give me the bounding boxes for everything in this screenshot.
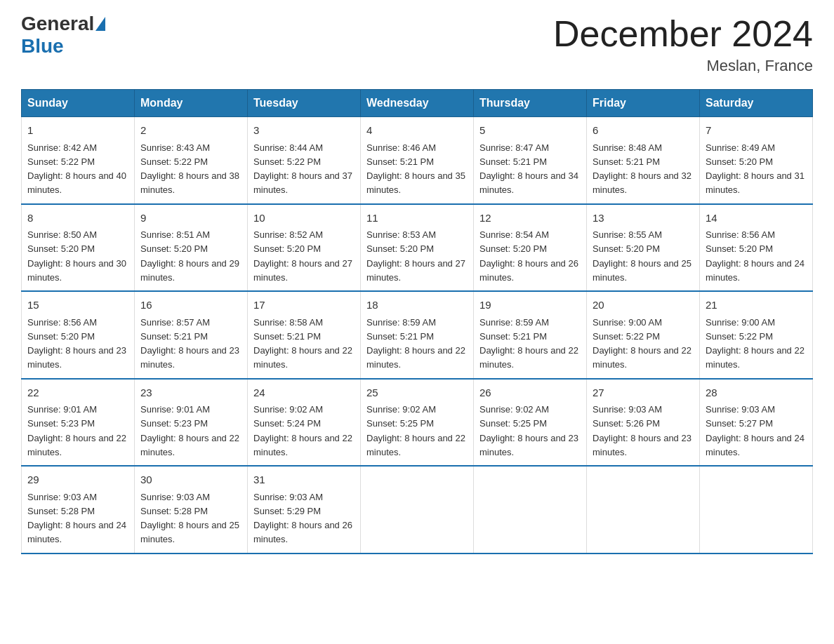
day-number: 8 xyxy=(27,210,128,227)
day-number: 30 xyxy=(140,472,241,488)
day-info: Sunrise: 8:57 AMSunset: 5:21 PMDaylight:… xyxy=(140,317,239,370)
calendar-week-5: 29Sunrise: 9:03 AMSunset: 5:28 PMDayligh… xyxy=(22,466,813,554)
calendar-cell: 6Sunrise: 8:48 AMSunset: 5:21 PMDaylight… xyxy=(587,117,700,204)
day-info: Sunrise: 8:46 AMSunset: 5:21 PMDaylight:… xyxy=(366,142,465,196)
weekday-header-thursday: Thursday xyxy=(474,90,587,117)
calendar-cell: 9Sunrise: 8:51 AMSunset: 5:20 PMDaylight… xyxy=(135,204,248,292)
calendar-cell: 15Sunrise: 8:56 AMSunset: 5:20 PMDayligh… xyxy=(22,291,135,379)
calendar-cell: 7Sunrise: 8:49 AMSunset: 5:20 PMDaylight… xyxy=(700,117,813,204)
calendar-cell: 24Sunrise: 9:02 AMSunset: 5:24 PMDayligh… xyxy=(248,379,361,467)
day-number: 13 xyxy=(593,210,694,227)
day-info: Sunrise: 9:03 AMSunset: 5:28 PMDaylight:… xyxy=(27,492,126,545)
calendar-week-3: 15Sunrise: 8:56 AMSunset: 5:20 PMDayligh… xyxy=(22,291,813,379)
calendar-cell: 16Sunrise: 8:57 AMSunset: 5:21 PMDayligh… xyxy=(135,291,248,379)
calendar-table: SundayMondayTuesdayWednesdayThursdayFrid… xyxy=(21,89,813,554)
day-number: 18 xyxy=(366,297,468,314)
calendar-cell: 27Sunrise: 9:03 AMSunset: 5:26 PMDayligh… xyxy=(587,379,700,467)
day-number: 9 xyxy=(140,210,241,227)
day-info: Sunrise: 8:59 AMSunset: 5:21 PMDaylight:… xyxy=(479,317,578,370)
day-number: 28 xyxy=(706,385,807,401)
logo-blue-text: Blue xyxy=(21,35,64,58)
calendar-cell: 4Sunrise: 8:46 AMSunset: 5:21 PMDaylight… xyxy=(361,117,474,204)
day-info: Sunrise: 8:42 AMSunset: 5:22 PMDaylight:… xyxy=(27,142,126,196)
weekday-header-monday: Monday xyxy=(135,90,248,117)
calendar-cell: 29Sunrise: 9:03 AMSunset: 5:28 PMDayligh… xyxy=(22,466,135,554)
calendar-cell: 1Sunrise: 8:42 AMSunset: 5:22 PMDaylight… xyxy=(22,117,135,204)
day-number: 2 xyxy=(140,123,241,139)
day-info: Sunrise: 8:56 AMSunset: 5:20 PMDaylight:… xyxy=(27,317,126,370)
day-info: Sunrise: 9:02 AMSunset: 5:25 PMDaylight:… xyxy=(479,404,578,457)
logo-triangle-icon xyxy=(95,17,105,31)
day-number: 11 xyxy=(366,210,468,227)
day-number: 15 xyxy=(27,297,128,314)
calendar-cell: 12Sunrise: 8:54 AMSunset: 5:20 PMDayligh… xyxy=(474,204,587,292)
day-info: Sunrise: 9:00 AMSunset: 5:22 PMDaylight:… xyxy=(706,317,805,370)
day-number: 20 xyxy=(593,297,694,314)
calendar-cell: 17Sunrise: 8:58 AMSunset: 5:21 PMDayligh… xyxy=(248,291,361,379)
day-info: Sunrise: 8:55 AMSunset: 5:20 PMDaylight:… xyxy=(593,229,691,283)
day-number: 4 xyxy=(366,123,468,139)
day-number: 27 xyxy=(593,385,694,401)
page-header: General Blue December 2024 Meslan, Franc… xyxy=(21,14,813,75)
calendar-cell xyxy=(474,466,587,554)
day-number: 16 xyxy=(140,297,241,314)
day-number: 7 xyxy=(706,123,807,139)
day-number: 3 xyxy=(253,123,355,139)
logo-general-text: General xyxy=(21,14,94,34)
calendar-cell: 22Sunrise: 9:01 AMSunset: 5:23 PMDayligh… xyxy=(22,379,135,467)
calendar-cell: 11Sunrise: 8:53 AMSunset: 5:20 PMDayligh… xyxy=(361,204,474,292)
day-info: Sunrise: 8:58 AMSunset: 5:21 PMDaylight:… xyxy=(253,317,352,370)
day-number: 29 xyxy=(27,472,128,488)
calendar-cell xyxy=(700,466,813,554)
calendar-header: SundayMondayTuesdayWednesdayThursdayFrid… xyxy=(22,90,813,117)
day-info: Sunrise: 9:03 AMSunset: 5:27 PMDaylight:… xyxy=(706,404,805,457)
calendar-cell: 8Sunrise: 8:50 AMSunset: 5:20 PMDaylight… xyxy=(22,204,135,292)
day-number: 1 xyxy=(27,123,128,139)
calendar-week-2: 8Sunrise: 8:50 AMSunset: 5:20 PMDaylight… xyxy=(22,204,813,292)
calendar-cell xyxy=(361,466,474,554)
day-number: 21 xyxy=(706,297,807,314)
weekday-header-saturday: Saturday xyxy=(700,90,813,117)
calendar-cell: 26Sunrise: 9:02 AMSunset: 5:25 PMDayligh… xyxy=(474,379,587,467)
calendar-cell: 2Sunrise: 8:43 AMSunset: 5:22 PMDaylight… xyxy=(135,117,248,204)
day-info: Sunrise: 9:01 AMSunset: 5:23 PMDaylight:… xyxy=(27,404,126,457)
weekday-header-friday: Friday xyxy=(587,90,700,117)
day-info: Sunrise: 8:59 AMSunset: 5:21 PMDaylight:… xyxy=(366,317,465,370)
month-title: December 2024 xyxy=(553,14,813,54)
calendar-cell: 13Sunrise: 8:55 AMSunset: 5:20 PMDayligh… xyxy=(587,204,700,292)
day-number: 6 xyxy=(593,123,694,139)
day-info: Sunrise: 9:03 AMSunset: 5:29 PMDaylight:… xyxy=(253,492,352,545)
calendar-cell: 19Sunrise: 8:59 AMSunset: 5:21 PMDayligh… xyxy=(474,291,587,379)
calendar-cell: 20Sunrise: 9:00 AMSunset: 5:22 PMDayligh… xyxy=(587,291,700,379)
calendar-cell xyxy=(587,466,700,554)
day-number: 17 xyxy=(253,297,355,314)
calendar-cell: 14Sunrise: 8:56 AMSunset: 5:20 PMDayligh… xyxy=(700,204,813,292)
day-number: 12 xyxy=(479,210,581,227)
day-number: 22 xyxy=(27,385,128,401)
day-number: 10 xyxy=(253,210,355,227)
day-number: 5 xyxy=(479,123,581,139)
day-info: Sunrise: 9:01 AMSunset: 5:23 PMDaylight:… xyxy=(140,404,239,457)
day-info: Sunrise: 8:47 AMSunset: 5:21 PMDaylight:… xyxy=(479,142,578,196)
calendar-week-4: 22Sunrise: 9:01 AMSunset: 5:23 PMDayligh… xyxy=(22,379,813,467)
day-info: Sunrise: 9:00 AMSunset: 5:22 PMDaylight:… xyxy=(593,317,691,370)
day-info: Sunrise: 8:51 AMSunset: 5:20 PMDaylight:… xyxy=(140,229,239,283)
day-info: Sunrise: 8:54 AMSunset: 5:20 PMDaylight:… xyxy=(479,229,578,283)
weekday-row: SundayMondayTuesdayWednesdayThursdayFrid… xyxy=(22,90,813,117)
calendar-cell: 5Sunrise: 8:47 AMSunset: 5:21 PMDaylight… xyxy=(474,117,587,204)
calendar-cell: 18Sunrise: 8:59 AMSunset: 5:21 PMDayligh… xyxy=(361,291,474,379)
calendar-cell: 28Sunrise: 9:03 AMSunset: 5:27 PMDayligh… xyxy=(700,379,813,467)
day-info: Sunrise: 8:44 AMSunset: 5:22 PMDaylight:… xyxy=(253,142,352,196)
calendar-cell: 25Sunrise: 9:02 AMSunset: 5:25 PMDayligh… xyxy=(361,379,474,467)
day-info: Sunrise: 8:56 AMSunset: 5:20 PMDaylight:… xyxy=(706,229,805,283)
calendar-cell: 23Sunrise: 9:01 AMSunset: 5:23 PMDayligh… xyxy=(135,379,248,467)
day-info: Sunrise: 8:43 AMSunset: 5:22 PMDaylight:… xyxy=(140,142,239,196)
title-section: December 2024 Meslan, France xyxy=(553,14,813,75)
weekday-header-tuesday: Tuesday xyxy=(248,90,361,117)
day-number: 23 xyxy=(140,385,241,401)
calendar-body: 1Sunrise: 8:42 AMSunset: 5:22 PMDaylight… xyxy=(22,117,813,554)
day-number: 24 xyxy=(253,385,355,401)
weekday-header-wednesday: Wednesday xyxy=(361,90,474,117)
logo: General Blue xyxy=(21,14,107,58)
day-number: 26 xyxy=(479,385,581,401)
